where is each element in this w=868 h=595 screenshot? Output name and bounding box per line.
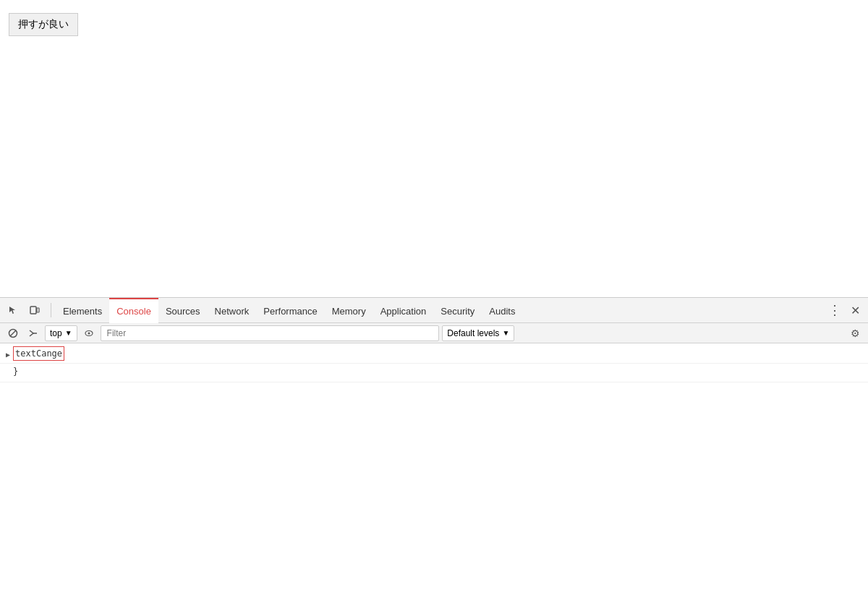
context-dropdown-icon: ▼ <box>65 329 72 337</box>
devtools-more-menu-icon[interactable]: ⋮ <box>825 300 845 320</box>
svg-rect-0 <box>30 307 36 314</box>
console-entry-text-1: } <box>13 365 18 378</box>
tab-elements[interactable]: Elements <box>56 298 109 323</box>
device-toolbar-icon[interactable] <box>25 300 45 320</box>
tab-application[interactable]: Application <box>373 298 434 323</box>
expand-icon-0[interactable]: ▶ <box>6 348 10 361</box>
devtools-panel: Elements Console Sources Network Perform… <box>0 297 868 595</box>
tab-console[interactable]: Console <box>109 298 158 323</box>
svg-point-6 <box>88 332 90 334</box>
context-selector[interactable]: top ▼ <box>45 325 77 341</box>
console-settings-icon[interactable]: ⚙ <box>846 325 864 342</box>
tab-performance[interactable]: Performance <box>256 298 324 323</box>
levels-selector[interactable]: Default levels ▼ <box>442 325 514 341</box>
tab-memory[interactable]: Memory <box>325 298 373 323</box>
console-toolbar: top ▼ Default levels ▼ ⚙ <box>0 323 868 343</box>
devtools-close-icon[interactable]: ✕ <box>845 300 865 320</box>
tab-separator-left <box>51 303 51 317</box>
svg-line-3 <box>10 330 16 336</box>
tab-audits[interactable]: Audits <box>482 298 522 323</box>
console-entry-0: ▶ textCange <box>0 345 868 364</box>
context-value: top <box>50 328 62 338</box>
console-filter-input[interactable] <box>101 325 440 341</box>
tab-security[interactable]: Security <box>433 298 482 323</box>
page-button[interactable]: 押すが良い <box>9 13 78 36</box>
eye-icon[interactable] <box>80 325 98 342</box>
console-entry-1: ▶ } <box>0 364 868 382</box>
levels-dropdown-icon: ▼ <box>502 329 509 337</box>
inspect-element-icon[interactable] <box>3 300 23 320</box>
tab-network[interactable]: Network <box>208 298 257 323</box>
devtools-tabs-bar: Elements Console Sources Network Perform… <box>0 298 868 323</box>
tab-sources[interactable]: Sources <box>158 298 208 323</box>
levels-value: Default levels <box>447 328 499 338</box>
console-entry-text-0: textCange <box>13 346 64 361</box>
svg-rect-1 <box>37 308 39 312</box>
console-output: ▶ textCange ▶ } <box>0 343 868 595</box>
console-clear-icon[interactable] <box>4 325 22 342</box>
console-execute-icon[interactable] <box>25 325 42 342</box>
page-content: 押すが良い <box>0 0 868 297</box>
